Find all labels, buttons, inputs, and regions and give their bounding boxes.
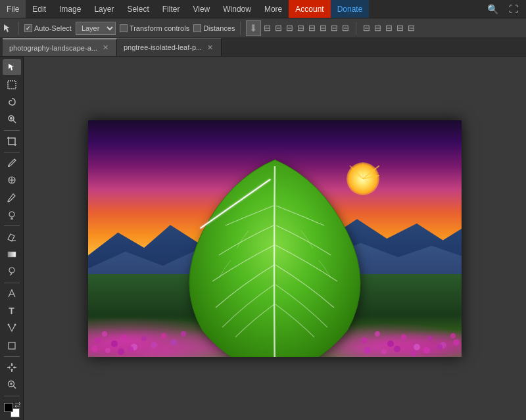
toolbox: T bbox=[0, 57, 24, 420]
align-right-icon[interactable]: ⊟ bbox=[285, 22, 295, 34]
shape-tool-icon bbox=[7, 340, 17, 351]
distribute-h-icon[interactable]: ⊟ bbox=[329, 22, 339, 34]
download-icon[interactable]: ⬇ bbox=[246, 20, 261, 36]
svg-rect-21 bbox=[9, 342, 15, 349]
leaf-svg bbox=[163, 153, 387, 357]
menu-layer[interactable]: Layer bbox=[87, 0, 120, 18]
text-tool-label: T bbox=[9, 306, 14, 316]
main-layout: T bbox=[0, 57, 526, 420]
svg-rect-15 bbox=[8, 252, 16, 257]
svg-line-17 bbox=[11, 273, 12, 275]
layer-dropdown[interactable]: Layer Group bbox=[76, 22, 116, 35]
align-center-v-icon[interactable]: ⊟ bbox=[307, 22, 317, 34]
align-left2-icon[interactable]: ⊟ bbox=[362, 22, 371, 34]
tool-separator-1 bbox=[4, 130, 20, 131]
auto-select-label: Auto-Select bbox=[34, 24, 72, 32]
align-left-icon[interactable]: ⊟ bbox=[262, 22, 272, 34]
menu-filter[interactable]: Filter bbox=[156, 0, 187, 18]
align-icons-group2: ⊟ ⊟ ⊟ ⊟ ⊟ bbox=[362, 22, 416, 34]
tool-healing[interactable] bbox=[3, 172, 21, 188]
toolbar-divider-3 bbox=[356, 22, 356, 35]
distribute-v-icon[interactable]: ⊟ bbox=[341, 22, 350, 34]
tool-move[interactable] bbox=[3, 59, 21, 75]
tool-pen[interactable] bbox=[3, 285, 21, 301]
align-top-icon[interactable]: ⊟ bbox=[296, 22, 306, 34]
tool-brush[interactable] bbox=[3, 190, 21, 206]
transform-controls-group: Transform controls bbox=[120, 24, 189, 32]
document-tabs: photography-landscape-a... ✕ pngtree-iso… bbox=[0, 38, 526, 57]
menu-account[interactable]: Account bbox=[289, 0, 330, 18]
tool-quick-select[interactable] bbox=[3, 111, 21, 127]
align-right2-icon[interactable]: ⊟ bbox=[384, 22, 394, 34]
menu-more[interactable]: More bbox=[258, 0, 289, 18]
distances-checkbox[interactable] bbox=[193, 24, 201, 32]
search-icon[interactable]: 🔍 bbox=[485, 3, 501, 16]
eraser-icon bbox=[7, 231, 17, 242]
svg-point-20 bbox=[14, 324, 16, 326]
svg-marker-0 bbox=[4, 24, 10, 32]
fullscreen-icon[interactable]: ⛶ bbox=[506, 3, 521, 16]
canvas-wrapper bbox=[88, 120, 462, 357]
color-swatches[interactable] bbox=[3, 402, 21, 417]
tab-landscape-close[interactable]: ✕ bbox=[101, 43, 110, 53]
crop-tool-icon bbox=[7, 136, 17, 147]
align-center-h-icon[interactable]: ⊟ bbox=[274, 22, 283, 34]
menu-file[interactable]: File bbox=[0, 0, 26, 18]
tool-zoom[interactable] bbox=[3, 377, 21, 392]
foreground-color-swatch[interactable] bbox=[4, 403, 13, 412]
tab-leaf-label: pngtree-isolated-leaf-p... bbox=[124, 43, 202, 51]
menu-select[interactable]: Select bbox=[120, 0, 155, 18]
svg-point-16 bbox=[9, 268, 14, 273]
auto-select-checkbox[interactable] bbox=[24, 24, 32, 32]
transform-controls-label: Transform controls bbox=[130, 24, 189, 32]
menu-view[interactable]: View bbox=[186, 0, 216, 18]
align-top2-icon[interactable]: ⊟ bbox=[395, 22, 405, 34]
tool-path-select[interactable] bbox=[3, 320, 21, 336]
zoom-tool-icon bbox=[7, 379, 17, 390]
marquee-tool-icon bbox=[7, 80, 17, 90]
menu-edit[interactable]: Edit bbox=[26, 0, 53, 18]
menu-donate[interactable]: Donate bbox=[331, 0, 370, 18]
svg-point-10 bbox=[9, 212, 14, 217]
swap-colors-icon[interactable] bbox=[14, 402, 21, 408]
tool-dodge[interactable] bbox=[3, 264, 21, 279]
svg-point-19 bbox=[7, 324, 9, 326]
align-full-icon[interactable]: ⊟ bbox=[406, 22, 416, 34]
tab-leaf[interactable]: pngtree-isolated-leaf-p... ✕ bbox=[117, 38, 222, 56]
tool-separator-2 bbox=[4, 152, 20, 152]
svg-point-6 bbox=[8, 165, 10, 167]
healing-brush-icon bbox=[7, 175, 17, 185]
svg-line-4 bbox=[13, 120, 16, 123]
tool-text[interactable]: T bbox=[3, 303, 21, 319]
distances-group: Distances bbox=[193, 24, 235, 32]
distances-label: Distances bbox=[203, 24, 235, 32]
tool-separator-5 bbox=[4, 356, 20, 357]
options-toolbar: Auto-Select Layer Group Transform contro… bbox=[0, 18, 526, 38]
tool-lasso[interactable] bbox=[3, 94, 21, 110]
toolbar-divider-2 bbox=[240, 22, 241, 35]
tab-landscape[interactable]: photography-landscape-a... ✕ bbox=[3, 38, 117, 56]
tab-leaf-close[interactable]: ✕ bbox=[206, 43, 214, 53]
tool-stamp[interactable] bbox=[3, 207, 21, 223]
tool-marquee[interactable] bbox=[3, 76, 21, 92]
align-bottom-icon[interactable]: ⊟ bbox=[318, 22, 328, 34]
toolbar-divider-1 bbox=[18, 22, 19, 35]
path-select-icon bbox=[7, 323, 17, 333]
tool-eraser[interactable] bbox=[3, 229, 21, 245]
tool-eyedropper[interactable] bbox=[3, 155, 21, 171]
svg-marker-1 bbox=[9, 64, 14, 70]
menu-window[interactable]: Window bbox=[216, 0, 258, 18]
pan-tool-icon bbox=[7, 362, 17, 373]
tool-gradient[interactable] bbox=[3, 246, 21, 262]
tool-shape[interactable] bbox=[3, 338, 21, 354]
svg-point-5 bbox=[10, 117, 12, 120]
tool-crop[interactable] bbox=[3, 133, 21, 149]
svg-rect-2 bbox=[8, 81, 16, 89]
dodge-tool-icon bbox=[7, 266, 17, 277]
menu-image[interactable]: Image bbox=[53, 0, 87, 18]
brush-tool-icon bbox=[7, 193, 17, 203]
move-tool-icon bbox=[7, 62, 17, 72]
tool-pan[interactable] bbox=[3, 360, 21, 375]
align-center2-icon[interactable]: ⊟ bbox=[373, 22, 383, 34]
transform-controls-checkbox[interactable] bbox=[120, 24, 128, 32]
